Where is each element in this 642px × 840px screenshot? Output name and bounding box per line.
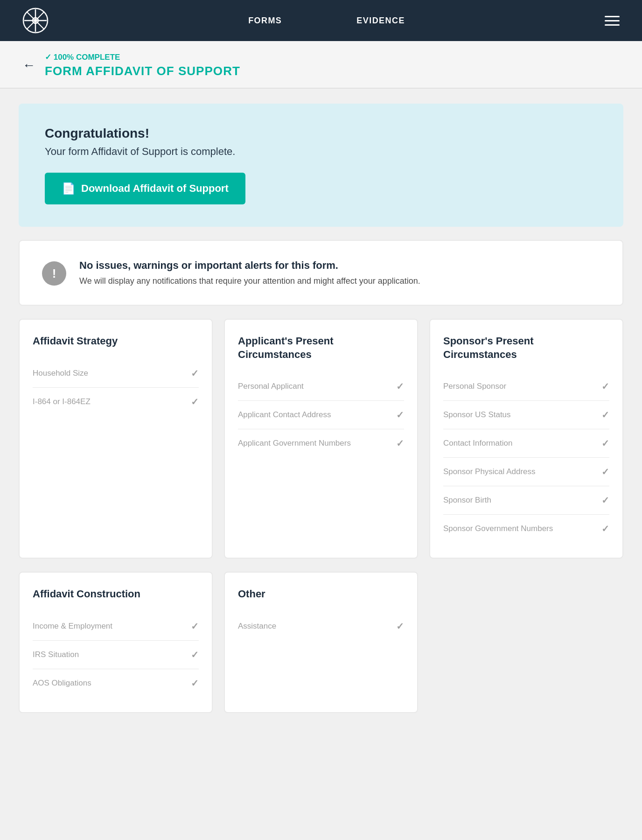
congrats-card: Congratulations! Your form Affidavit of … bbox=[19, 104, 623, 227]
checkmark-icon: ✓ bbox=[601, 438, 609, 449]
list-item[interactable]: Applicant Contact Address ✓ bbox=[238, 401, 404, 429]
alerts-card: ! No issues, warnings or important alert… bbox=[19, 240, 623, 306]
main-content: Congratulations! Your form Affidavit of … bbox=[0, 89, 642, 728]
item-label: Income & Employment bbox=[33, 621, 185, 631]
checkmark-icon: ✓ bbox=[601, 495, 609, 506]
alerts-text: No issues, warnings or important alerts … bbox=[79, 259, 420, 286]
download-icon: 📄 bbox=[62, 182, 76, 195]
item-label: Personal Applicant bbox=[238, 381, 391, 392]
checkmark-icon: ✓ bbox=[396, 438, 404, 449]
list-item[interactable]: Personal Applicant ✓ bbox=[238, 372, 404, 401]
sponsor-present-title: Sponsor's Present Circumstances bbox=[443, 335, 609, 361]
checkmark-icon: ✓ bbox=[601, 409, 609, 420]
affidavit-construction-card: Affidavit Construction Income & Employme… bbox=[19, 572, 213, 713]
completion-status: ✓ 100% COMPLETE bbox=[45, 52, 240, 62]
list-item[interactable]: Income & Employment ✓ bbox=[33, 612, 199, 641]
item-label: Sponsor Physical Address bbox=[443, 467, 596, 477]
checkmark-icon: ✓ bbox=[191, 678, 199, 689]
empty-placeholder bbox=[429, 572, 623, 713]
alerts-title: No issues, warnings or important alerts … bbox=[79, 259, 420, 272]
bottom-cards-grid: Affidavit Construction Income & Employme… bbox=[19, 572, 623, 713]
list-item[interactable]: Personal Sponsor ✓ bbox=[443, 372, 609, 401]
item-label: Contact Information bbox=[443, 438, 596, 448]
list-item[interactable]: AOS Obligations ✓ bbox=[33, 669, 199, 697]
applicant-present-items: Personal Applicant ✓ Applicant Contact A… bbox=[238, 372, 404, 457]
checkmark-icon: ✓ bbox=[191, 621, 199, 632]
checkmark-icon: ✓ bbox=[191, 649, 199, 660]
list-item[interactable]: Sponsor Birth ✓ bbox=[443, 486, 609, 515]
other-title: Other bbox=[238, 588, 404, 601]
sponsor-present-items: Personal Sponsor ✓ Sponsor US Status ✓ C… bbox=[443, 372, 609, 543]
affidavit-construction-title: Affidavit Construction bbox=[33, 588, 199, 601]
hamburger-menu[interactable] bbox=[605, 16, 620, 26]
affidavit-construction-items: Income & Employment ✓ IRS Situation ✓ AO… bbox=[33, 612, 199, 697]
applicant-present-card: Applicant's Present Circumstances Person… bbox=[224, 319, 418, 559]
logo[interactable] bbox=[22, 7, 49, 34]
checkmark-icon: ✓ bbox=[191, 368, 199, 379]
download-button[interactable]: 📄 Download Affidavit of Support bbox=[45, 173, 245, 204]
checkmark-icon: ✓ bbox=[396, 381, 404, 392]
item-label: AOS Obligations bbox=[33, 678, 185, 688]
item-label: Applicant Contact Address bbox=[238, 410, 391, 420]
page-title: FORM AFFIDAVIT OF SUPPORT bbox=[45, 64, 240, 78]
affidavit-strategy-title: Affidavit Strategy bbox=[33, 335, 199, 348]
checkmark-icon: ✓ bbox=[396, 409, 404, 420]
checkmark-icon: ✓ bbox=[601, 466, 609, 477]
list-item[interactable]: Sponsor Physical Address ✓ bbox=[443, 458, 609, 486]
breadcrumb-bar: ← ✓ 100% COMPLETE FORM AFFIDAVIT OF SUPP… bbox=[0, 41, 642, 89]
list-item[interactable]: Assistance ✓ bbox=[238, 612, 404, 640]
congrats-subtitle: Your form Affidavit of Support is comple… bbox=[45, 146, 597, 158]
back-button[interactable]: ← bbox=[22, 58, 35, 73]
top-cards-grid: Affidavit Strategy Household Size ✓ I-86… bbox=[19, 319, 623, 559]
nav-forms[interactable]: FORMS bbox=[248, 16, 282, 26]
list-item[interactable]: Contact Information ✓ bbox=[443, 429, 609, 458]
item-label: IRS Situation bbox=[33, 650, 185, 660]
item-label: Sponsor US Status bbox=[443, 410, 596, 420]
alerts-description: We will display any notifications that r… bbox=[79, 276, 420, 286]
checkmark-icon: ✓ bbox=[191, 396, 199, 407]
download-btn-label: Download Affidavit of Support bbox=[81, 182, 229, 195]
menu-line-1 bbox=[605, 16, 620, 17]
affidavit-strategy-card: Affidavit Strategy Household Size ✓ I-86… bbox=[19, 319, 213, 559]
menu-line-2 bbox=[605, 20, 620, 21]
item-label: Household Size bbox=[33, 368, 185, 378]
checkmark-icon: ✓ bbox=[396, 621, 404, 632]
affidavit-strategy-items: Household Size ✓ I-864 or I-864EZ ✓ bbox=[33, 359, 199, 416]
menu-line-3 bbox=[605, 24, 620, 26]
checkmark-icon: ✓ bbox=[601, 381, 609, 392]
list-item[interactable]: Applicant Government Numbers ✓ bbox=[238, 429, 404, 457]
list-item[interactable]: IRS Situation ✓ bbox=[33, 641, 199, 669]
item-label: Applicant Government Numbers bbox=[238, 438, 391, 448]
other-card: Other Assistance ✓ bbox=[224, 572, 418, 713]
list-item[interactable]: Sponsor US Status ✓ bbox=[443, 401, 609, 429]
header-nav: FORMS EVIDENCE bbox=[248, 16, 405, 26]
item-label: Assistance bbox=[238, 621, 391, 631]
item-label: Personal Sponsor bbox=[443, 381, 596, 392]
alert-icon-wrap: ! bbox=[42, 261, 66, 286]
item-label: Sponsor Government Numbers bbox=[443, 524, 596, 534]
nav-evidence[interactable]: EVIDENCE bbox=[356, 16, 405, 26]
sponsor-present-card: Sponsor's Present Circumstances Personal… bbox=[429, 319, 623, 559]
applicant-present-title: Applicant's Present Circumstances bbox=[238, 335, 404, 361]
item-label: Sponsor Birth bbox=[443, 495, 596, 505]
alert-icon: ! bbox=[52, 267, 56, 280]
checkmark-icon: ✓ bbox=[601, 523, 609, 534]
other-items: Assistance ✓ bbox=[238, 612, 404, 640]
list-item[interactable]: Sponsor Government Numbers ✓ bbox=[443, 515, 609, 543]
congrats-title: Congratulations! bbox=[45, 126, 597, 141]
list-item[interactable]: Household Size ✓ bbox=[33, 359, 199, 388]
breadcrumb-content: ✓ 100% COMPLETE FORM AFFIDAVIT OF SUPPOR… bbox=[45, 52, 240, 78]
list-item[interactable]: I-864 or I-864EZ ✓ bbox=[33, 388, 199, 416]
header: FORMS EVIDENCE bbox=[0, 0, 642, 41]
item-label: I-864 or I-864EZ bbox=[33, 397, 185, 407]
